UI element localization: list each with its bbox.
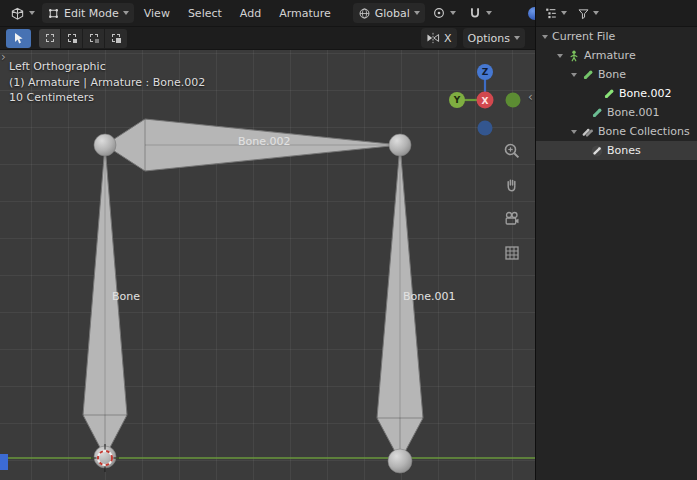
bone-icon	[590, 107, 603, 119]
outliner-item-bone-001[interactable]: Bone.001	[536, 103, 697, 122]
select-set-icon	[46, 34, 54, 42]
bone-label: Bone	[112, 290, 140, 303]
bone-label: Bone.002	[238, 135, 291, 148]
navigation-gizmo[interactable]: Z Y X	[447, 62, 523, 141]
mirror-butterfly-icon	[426, 32, 440, 44]
chevron-down-icon	[561, 11, 567, 15]
orientation-label: Global	[375, 7, 410, 20]
armature-icon	[567, 50, 580, 62]
bone-icon	[602, 88, 615, 100]
gizmo-axis-y-neg-button[interactable]	[506, 93, 521, 108]
select-extend-icon	[68, 34, 76, 42]
select-mode-intersect-button[interactable]	[105, 29, 127, 48]
outliner-item-bones[interactable]: Bones	[536, 141, 697, 160]
grid-icon	[503, 244, 521, 262]
outliner-item-bone-collections[interactable]: Bone Collections	[536, 122, 697, 141]
select-intersect-icon	[112, 34, 120, 42]
chevron-down-icon	[29, 11, 35, 15]
select-mode-subtract-button[interactable]	[83, 29, 105, 48]
pan-button[interactable]	[501, 174, 523, 196]
menu-armature[interactable]: Armature	[271, 3, 339, 23]
options-label: Options	[468, 32, 510, 45]
chevron-down-icon[interactable]	[557, 54, 563, 58]
active-tool-button[interactable]	[6, 29, 31, 48]
bone-label: Bone.001	[403, 290, 456, 303]
svg-text:X: X	[482, 96, 489, 106]
editor-type-icon	[10, 6, 25, 21]
options-dropdown[interactable]: Options	[463, 28, 525, 48]
zoom-button[interactable]	[501, 140, 523, 162]
joint-sphere[interactable]	[94, 134, 116, 156]
outliner-item-label: Armature	[584, 49, 636, 62]
global-orientation-icon	[358, 7, 371, 20]
gizmo-axis-x-button[interactable]: X	[477, 92, 494, 109]
bone-icon	[581, 69, 594, 81]
menu-add[interactable]: Add	[232, 3, 269, 23]
camera-icon	[503, 210, 521, 228]
context-text: (1) Armature | Armature : Bone.002	[9, 75, 205, 91]
outliner-panel: Current File Armature Bone	[535, 0, 697, 480]
camera-view-button[interactable]	[501, 208, 523, 230]
chevron-down-icon	[593, 11, 599, 15]
cursor-arrow-icon	[13, 32, 25, 45]
chevron-down-icon	[486, 11, 492, 15]
bone-collections-icon	[581, 126, 594, 138]
tool-settings-bar: X Options	[0, 27, 535, 50]
filter-dropdown[interactable]	[577, 7, 599, 20]
view-perspective-button[interactable]	[501, 242, 523, 264]
gizmo-axis-z-button[interactable]: Z	[477, 64, 493, 80]
outliner-item-label: Current File	[552, 30, 615, 43]
filter-funnel-icon	[577, 7, 590, 20]
outliner-header	[536, 0, 697, 27]
blender-window: Edit Mode View Select Add Armature Globa…	[0, 0, 697, 480]
view-name-text: Left Orthographic	[9, 59, 205, 75]
chevron-down-icon[interactable]	[542, 35, 548, 39]
editor-type-menu[interactable]	[5, 3, 40, 23]
outliner-item-bone-002[interactable]: Bone.002	[536, 84, 697, 103]
outliner-item-label: Bone	[598, 68, 626, 81]
outliner-item-bone[interactable]: Bone	[536, 65, 697, 84]
joint-sphere[interactable]	[389, 134, 411, 156]
outliner-item-label: Bones	[607, 144, 641, 157]
select-mode-set-button[interactable]	[39, 29, 61, 48]
bone-right[interactable]	[377, 145, 423, 461]
magnifier-icon	[503, 142, 521, 160]
select-subtract-icon	[90, 34, 98, 42]
outliner-item-label: Bone.002	[619, 87, 672, 100]
menu-view[interactable]: View	[136, 3, 178, 23]
chevron-down-icon[interactable]	[571, 73, 577, 77]
outliner-item-armature[interactable]: Armature	[536, 46, 697, 65]
outliner-item-current-file[interactable]: Current File	[536, 27, 697, 46]
select-mode-extend-button[interactable]	[61, 29, 83, 48]
pivot-point-icon	[432, 6, 446, 20]
transform-orientation-dropdown[interactable]: Global	[353, 3, 425, 23]
viewport-header: Edit Mode View Select Add Armature Globa…	[0, 0, 535, 27]
outliner-item-label: Bone Collections	[598, 125, 690, 138]
menu-select[interactable]: Select	[180, 3, 230, 23]
joint-sphere[interactable]	[388, 449, 412, 473]
svg-text:Y: Y	[453, 95, 461, 105]
x-axis-mirror-toggle[interactable]: X	[421, 28, 457, 48]
display-mode-icon	[544, 6, 558, 20]
mode-selector-label: Edit Mode	[64, 7, 119, 20]
gizmo-axis-z-neg-button[interactable]	[478, 121, 493, 136]
chevron-down-icon[interactable]	[571, 130, 577, 134]
viewport-3d[interactable]: › ‹	[0, 50, 535, 480]
chevron-down-icon	[450, 11, 456, 15]
outliner-item-label: Bone.001	[607, 106, 660, 119]
pivot-point-dropdown[interactable]	[427, 3, 461, 23]
snap-toggle-group[interactable]	[463, 3, 497, 23]
bones-collection-icon	[590, 145, 603, 157]
grid-scale-text: 10 Centimeters	[9, 90, 205, 106]
mirror-x-label: X	[444, 32, 452, 45]
hand-icon	[503, 176, 521, 194]
gizmo-axis-y-button[interactable]: Y	[449, 92, 465, 108]
select-mode-group	[39, 29, 127, 48]
chevron-down-icon	[414, 11, 420, 15]
mode-selector[interactable]: Edit Mode	[42, 3, 134, 23]
viewport-nav-buttons	[501, 140, 523, 264]
display-mode-dropdown[interactable]	[544, 6, 567, 20]
corner-axis-mark	[0, 454, 8, 470]
magnet-icon	[468, 6, 482, 20]
edit-mode-icon	[47, 7, 60, 20]
